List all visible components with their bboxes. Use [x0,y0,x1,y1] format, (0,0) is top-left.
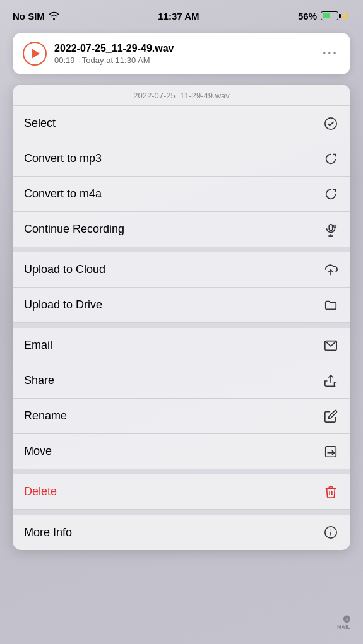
audio-card-left: 2022-07-25_11-29-49.wav 00:19 - Today at… [23,42,174,66]
audio-filename: 2022-07-25_11-29-49.wav [54,43,174,54]
menu-item-select[interactable]: Select [13,106,350,141]
menu-item-upload-drive[interactable]: Upload to Drive [13,288,350,323]
watermark: 🅐 NAIL [337,615,350,631]
play-icon [32,49,40,59]
wifi-icon [49,11,59,21]
pencil-square-icon [323,408,339,424]
trash-icon [323,484,339,500]
audio-info: 2022-07-25_11-29-49.wav 00:19 - Today at… [54,43,174,65]
status-battery: 56% ⚡ [298,11,350,21]
menu-item-convert-mp3[interactable]: Convert to mp3 [13,141,350,177]
battery-percent: 56% [298,11,317,21]
battery-indicator: ⚡ [321,11,350,21]
cloud-upload-icon [323,262,339,278]
menu-item-upload-drive-label: Upload to Drive [24,298,102,312]
menu-item-upload-cloud-label: Upload to Cloud [24,263,105,276]
main-content: 2022-07-25_11-29-49.wav 00:19 - Today at… [0,28,363,555]
convert-icon-m4a [323,186,339,202]
menu-item-email[interactable]: Email [13,328,350,363]
share-icon [323,373,339,389]
menu-item-convert-m4a[interactable]: Convert to m4a [13,177,350,212]
status-carrier: No SIM [13,11,59,21]
carrier-label: No SIM [13,11,45,21]
menu-item-select-label: Select [24,117,56,130]
status-bar: No SIM 11:37 AM 56% ⚡ [0,0,363,28]
menu-item-upload-cloud[interactable]: Upload to Cloud [13,252,350,288]
folder-icon [323,297,339,313]
menu-item-move-label: Move [24,445,52,458]
convert-icon-mp3 [323,151,339,167]
menu-item-delete-label: Delete [24,485,57,498]
menu-item-convert-mp3-label: Convert to mp3 [24,152,102,165]
play-button[interactable] [23,42,47,66]
more-options-button[interactable]: ··· [320,46,340,61]
menu-item-move[interactable]: Move [13,434,350,469]
info-circle-icon [323,524,339,541]
svg-rect-10 [326,446,336,457]
mic-plus-icon [323,221,339,238]
check-circle-icon [323,115,339,132]
envelope-icon [323,337,339,354]
menu-item-rename[interactable]: Rename [13,399,350,434]
menu-divider-2 [13,323,350,328]
menu-item-rename-label: Rename [24,409,67,423]
menu-divider-3 [13,469,350,474]
menu-divider-1 [13,247,350,252]
menu-item-share[interactable]: Share [13,363,350,399]
svg-rect-1 [329,224,333,230]
menu-item-email-label: Email [24,339,52,352]
audio-meta: 00:19 - Today at 11:30 AM [54,56,174,65]
menu-item-convert-m4a-label: Convert to m4a [24,187,102,201]
menu-item-share-label: Share [24,374,54,387]
svg-point-0 [325,117,336,129]
audio-player-card: 2022-07-25_11-29-49.wav 00:19 - Today at… [13,33,350,74]
menu-item-continue-recording-label: Continue Recording [24,223,124,236]
menu-item-delete[interactable]: Delete [13,474,350,510]
menu-item-more-info[interactable]: More Info [13,515,350,550]
status-time: 11:37 AM [158,11,199,21]
context-menu: 2022-07-25_11-29-49.wav Select Convert t… [13,85,350,550]
charging-bolt: ⚡ [340,11,350,21]
menu-item-more-info-label: More Info [24,526,72,539]
menu-divider-4 [13,510,350,515]
context-menu-header: 2022-07-25_11-29-49.wav [13,85,350,106]
menu-item-continue-recording[interactable]: Continue Recording [13,212,350,247]
move-out-icon [323,443,339,460]
